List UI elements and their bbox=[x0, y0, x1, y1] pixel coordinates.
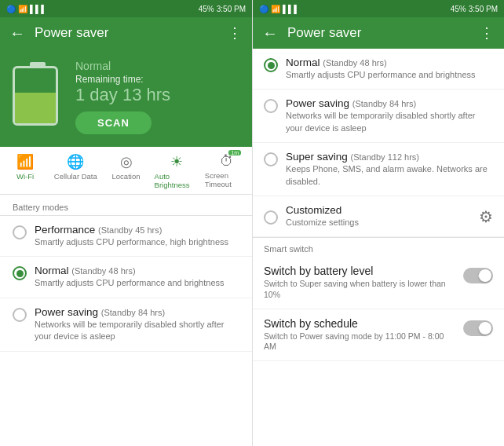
radio-power-saving-left[interactable] bbox=[13, 308, 27, 322]
toggle-schedule[interactable]: OFF bbox=[463, 320, 493, 336]
mode-power-saving-text-right: Power saving (Standby 84 hrs) Networks w… bbox=[286, 97, 493, 134]
mode-performance-standby: (Standby 45 hrs) bbox=[98, 225, 162, 235]
bluetooth-icon: 🔵 bbox=[6, 5, 16, 13]
signal-icon: ▌▌▌ bbox=[30, 5, 46, 13]
left-status-right: 45% 3:50 PM bbox=[199, 5, 246, 13]
mode-normal-desc-left: Smartly adjusts CPU performance and brig… bbox=[35, 277, 225, 289]
smart-switch-label: Smart switch bbox=[253, 237, 504, 257]
switch-battery-level-title: Switch by battery level bbox=[264, 265, 457, 277]
hero-label: Remaining time: bbox=[75, 74, 170, 85]
back-button-left[interactable]: ← bbox=[9, 24, 25, 42]
mode-customized-title: Customized bbox=[286, 204, 359, 216]
mode-normal-left[interactable]: Normal (Standby 48 hrs) Smartly adjusts … bbox=[0, 257, 252, 298]
mode-performance-desc: Smartly adjusts CPU performance, high br… bbox=[35, 236, 228, 248]
radio-normal-inner-left bbox=[16, 270, 24, 277]
hero-section: Normal Remaining time: 1 day 13 hrs SCAN bbox=[0, 49, 252, 147]
toggle-timeout[interactable]: 1m ⏱ Screen Timeout bbox=[202, 147, 252, 194]
gear-icon[interactable]: ⚙ bbox=[479, 207, 493, 226]
toggle-schedule-knob bbox=[479, 322, 491, 334]
mode-power-saving-standby-right: (Standby 84 hrs) bbox=[352, 99, 416, 108]
mode-power-saving-desc-left: Networks will be temporarily disabled sh… bbox=[35, 319, 239, 343]
toggle-battery-level[interactable]: OFF bbox=[463, 268, 493, 283]
left-status-icons: 🔵 📶 ▌▌▌ bbox=[6, 5, 46, 13]
mode-power-saving-left[interactable]: Power saving (Standby 84 hrs) Networks w… bbox=[0, 298, 252, 352]
mode-super-saving-desc: Keeps Phone, SMS, and alarm awake. Netwo… bbox=[286, 163, 493, 188]
mode-customized[interactable]: Customized Customize settings ⚙ bbox=[253, 196, 504, 237]
mode-normal-title-right: Normal (Standby 48 hrs) bbox=[286, 57, 476, 68]
mode-performance[interactable]: Performance (Standby 45 hrs) Smartly adj… bbox=[0, 216, 252, 257]
back-button-right[interactable]: ← bbox=[262, 24, 278, 42]
mode-power-saving-right[interactable]: Power saving (Standby 84 hrs) Networks w… bbox=[253, 90, 504, 143]
wifi-toggle-icon: 📶 bbox=[16, 153, 34, 170]
right-modes-list: Normal (Standby 48 hrs) Smartly adjusts … bbox=[253, 49, 504, 446]
battery-body bbox=[13, 66, 58, 126]
page-title-right: Power saver bbox=[287, 25, 470, 41]
left-header: ← Power saver ⋮ bbox=[0, 17, 252, 49]
mode-normal-standby-right: (Standby 48 hrs) bbox=[323, 58, 386, 68]
timeout-badge: 1m bbox=[228, 150, 241, 155]
more-button-right[interactable]: ⋮ bbox=[480, 24, 495, 42]
mode-normal-right[interactable]: Normal (Standby 48 hrs) Smartly adjusts … bbox=[253, 49, 504, 90]
mode-super-saving-text: Super saving (Standby 112 hrs) Keeps Pho… bbox=[286, 151, 493, 188]
hero-time: 1 day 13 hrs bbox=[75, 85, 170, 105]
left-panel: 🔵 📶 ▌▌▌ 45% 3:50 PM ← Power saver ⋮ Norm… bbox=[0, 0, 252, 446]
toggle-location-label: Location bbox=[112, 172, 141, 181]
mode-super-saving[interactable]: Super saving (Standby 112 hrs) Keeps Pho… bbox=[253, 143, 504, 196]
radio-power-saving-right[interactable] bbox=[264, 99, 278, 113]
toggle-wifi-label: Wi-Fi bbox=[16, 172, 34, 181]
left-mode-list: Performance (Standby 45 hrs) Smartly adj… bbox=[0, 216, 252, 446]
radio-customized[interactable] bbox=[264, 210, 278, 225]
toggle-wifi[interactable]: 📶 Wi-Fi bbox=[0, 147, 50, 194]
hero-info: Normal Remaining time: 1 day 13 hrs SCAN bbox=[75, 60, 170, 134]
right-status-right: 45% 3:50 PM bbox=[451, 5, 498, 13]
battery-icon bbox=[13, 66, 63, 129]
switch-schedule[interactable]: Switch by schedule Switch to Power savin… bbox=[253, 309, 504, 361]
mode-normal-title-left: Normal (Standby 48 hrs) bbox=[35, 265, 225, 276]
time-left: 3:50 PM bbox=[217, 5, 246, 13]
switch-schedule-desc: Switch to Power saving mode by 11:00 PM … bbox=[264, 331, 457, 353]
switch-battery-level[interactable]: Switch by battery level Switch to Super … bbox=[253, 257, 504, 309]
radio-normal-left[interactable] bbox=[13, 266, 27, 280]
right-status-icons: 🔵 📶 ▌▌▌ bbox=[259, 5, 299, 13]
switch-schedule-text: Switch by schedule Switch to Power savin… bbox=[264, 317, 457, 353]
toggle-location[interactable]: ◎ Location bbox=[100, 147, 151, 194]
toggle-brightness-label: Auto Brightness bbox=[155, 172, 199, 189]
left-status-bar: 🔵 📶 ▌▌▌ 45% 3:50 PM bbox=[0, 0, 252, 17]
switch-battery-level-text: Switch by battery level Switch to Super … bbox=[264, 265, 457, 300]
mode-power-saving-desc-right: Networks will be temporarily disabled sh… bbox=[286, 110, 493, 134]
mode-normal-standby-left: (Standby 48 hrs) bbox=[71, 266, 135, 276]
mode-customized-text: Customized Customize settings bbox=[286, 204, 359, 228]
toggle-cellular[interactable]: 🌐 Cellular Data bbox=[50, 147, 100, 194]
toggle-cellular-label: Cellular Data bbox=[54, 172, 97, 181]
page-title-left: Power saver bbox=[35, 25, 218, 41]
brightness-toggle-icon: ☀ bbox=[170, 153, 183, 170]
scan-button[interactable]: SCAN bbox=[75, 112, 152, 134]
mode-performance-text: Performance (Standby 45 hrs) Smartly adj… bbox=[35, 224, 228, 248]
toggle-battery-level-knob bbox=[479, 269, 491, 282]
right-signal-icon: ▌▌▌ bbox=[283, 5, 299, 13]
radio-performance[interactable] bbox=[13, 225, 27, 239]
battery-fill bbox=[15, 93, 56, 123]
right-header: ← Power saver ⋮ bbox=[253, 17, 504, 49]
mode-super-saving-standby: (Standby 112 hrs) bbox=[351, 152, 419, 162]
location-toggle-icon: ◎ bbox=[120, 153, 133, 170]
mode-power-saving-standby-left: (Standby 84 hrs) bbox=[101, 308, 165, 317]
radio-normal-right[interactable] bbox=[264, 58, 278, 72]
toggle-timeout-label: Screen Timeout bbox=[205, 171, 249, 188]
more-button-left[interactable]: ⋮ bbox=[228, 24, 243, 42]
switch-battery-level-desc: Switch to Super saving when battery is l… bbox=[264, 279, 457, 300]
battery-modes-label: Battery modes bbox=[0, 195, 252, 216]
radio-super-saving[interactable] bbox=[264, 152, 278, 166]
right-bluetooth-icon: 🔵 bbox=[259, 5, 268, 13]
toggle-brightness[interactable]: ☀ Auto Brightness bbox=[152, 147, 202, 194]
radio-normal-inner-right bbox=[268, 62, 275, 69]
mode-customized-desc: Customize settings bbox=[286, 217, 359, 228]
quick-toggles-row: 📶 Wi-Fi 🌐 Cellular Data ◎ Location ☀ Aut… bbox=[0, 147, 252, 195]
battery-percent-left: 45% bbox=[199, 5, 214, 13]
mode-power-saving-title-left: Power saving (Standby 84 hrs) bbox=[35, 306, 239, 318]
right-panel: 🔵 📶 ▌▌▌ 45% 3:50 PM ← Power saver ⋮ Norm… bbox=[252, 0, 504, 446]
wifi-icon: 📶 bbox=[18, 5, 27, 13]
time-right: 3:50 PM bbox=[469, 5, 498, 13]
mode-power-saving-title-right: Power saving (Standby 84 hrs) bbox=[286, 97, 493, 109]
mode-normal-text-right: Normal (Standby 48 hrs) Smartly adjusts … bbox=[286, 57, 476, 81]
